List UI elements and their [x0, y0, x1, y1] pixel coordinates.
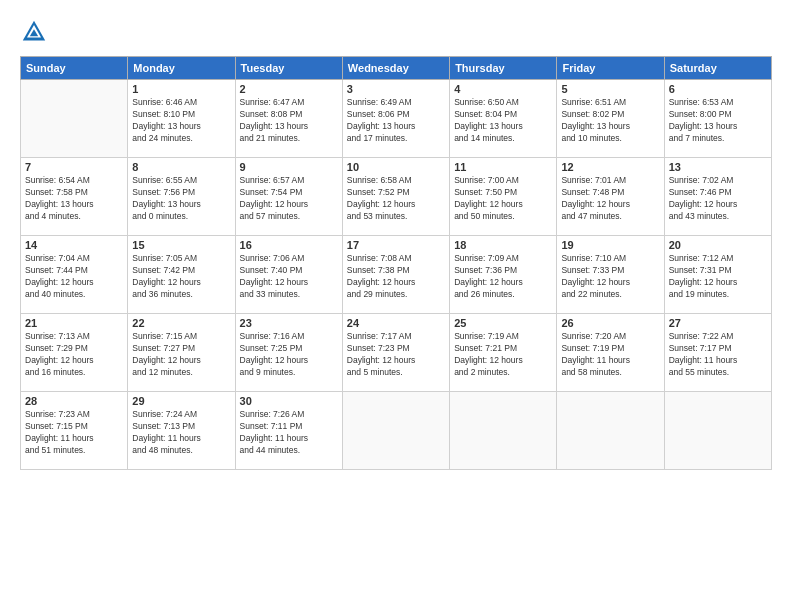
day-info: Sunrise: 7:22 AM Sunset: 7:17 PM Dayligh… [669, 331, 767, 379]
day-number: 25 [454, 317, 552, 329]
day-cell: 23Sunrise: 7:16 AM Sunset: 7:25 PM Dayli… [235, 314, 342, 392]
day-cell: 18Sunrise: 7:09 AM Sunset: 7:36 PM Dayli… [450, 236, 557, 314]
day-info: Sunrise: 6:51 AM Sunset: 8:02 PM Dayligh… [561, 97, 659, 145]
day-info: Sunrise: 7:16 AM Sunset: 7:25 PM Dayligh… [240, 331, 338, 379]
day-number: 8 [132, 161, 230, 173]
day-info: Sunrise: 7:19 AM Sunset: 7:21 PM Dayligh… [454, 331, 552, 379]
day-cell: 6Sunrise: 6:53 AM Sunset: 8:00 PM Daylig… [664, 80, 771, 158]
col-header-wednesday: Wednesday [342, 57, 449, 80]
day-number: 26 [561, 317, 659, 329]
day-cell: 10Sunrise: 6:58 AM Sunset: 7:52 PM Dayli… [342, 158, 449, 236]
day-info: Sunrise: 7:26 AM Sunset: 7:11 PM Dayligh… [240, 409, 338, 457]
day-info: Sunrise: 7:02 AM Sunset: 7:46 PM Dayligh… [669, 175, 767, 223]
day-cell: 28Sunrise: 7:23 AM Sunset: 7:15 PM Dayli… [21, 392, 128, 470]
day-number: 20 [669, 239, 767, 251]
day-number: 2 [240, 83, 338, 95]
day-info: Sunrise: 7:20 AM Sunset: 7:19 PM Dayligh… [561, 331, 659, 379]
day-number: 29 [132, 395, 230, 407]
day-cell: 11Sunrise: 7:00 AM Sunset: 7:50 PM Dayli… [450, 158, 557, 236]
week-row-2: 7Sunrise: 6:54 AM Sunset: 7:58 PM Daylig… [21, 158, 772, 236]
day-cell: 7Sunrise: 6:54 AM Sunset: 7:58 PM Daylig… [21, 158, 128, 236]
day-info: Sunrise: 7:24 AM Sunset: 7:13 PM Dayligh… [132, 409, 230, 457]
day-info: Sunrise: 7:08 AM Sunset: 7:38 PM Dayligh… [347, 253, 445, 301]
day-number: 11 [454, 161, 552, 173]
day-number: 1 [132, 83, 230, 95]
col-header-saturday: Saturday [664, 57, 771, 80]
day-info: Sunrise: 7:12 AM Sunset: 7:31 PM Dayligh… [669, 253, 767, 301]
day-number: 5 [561, 83, 659, 95]
day-cell: 22Sunrise: 7:15 AM Sunset: 7:27 PM Dayli… [128, 314, 235, 392]
day-cell [342, 392, 449, 470]
day-number: 6 [669, 83, 767, 95]
day-cell: 24Sunrise: 7:17 AM Sunset: 7:23 PM Dayli… [342, 314, 449, 392]
day-cell [450, 392, 557, 470]
day-number: 23 [240, 317, 338, 329]
day-number: 17 [347, 239, 445, 251]
header-row: SundayMondayTuesdayWednesdayThursdayFrid… [21, 57, 772, 80]
col-header-friday: Friday [557, 57, 664, 80]
col-header-sunday: Sunday [21, 57, 128, 80]
day-info: Sunrise: 7:09 AM Sunset: 7:36 PM Dayligh… [454, 253, 552, 301]
day-cell: 26Sunrise: 7:20 AM Sunset: 7:19 PM Dayli… [557, 314, 664, 392]
day-info: Sunrise: 6:49 AM Sunset: 8:06 PM Dayligh… [347, 97, 445, 145]
day-number: 24 [347, 317, 445, 329]
day-info: Sunrise: 6:57 AM Sunset: 7:54 PM Dayligh… [240, 175, 338, 223]
day-number: 16 [240, 239, 338, 251]
day-cell: 14Sunrise: 7:04 AM Sunset: 7:44 PM Dayli… [21, 236, 128, 314]
calendar-table: SundayMondayTuesdayWednesdayThursdayFrid… [20, 56, 772, 470]
day-number: 19 [561, 239, 659, 251]
day-number: 22 [132, 317, 230, 329]
day-info: Sunrise: 7:17 AM Sunset: 7:23 PM Dayligh… [347, 331, 445, 379]
day-info: Sunrise: 6:53 AM Sunset: 8:00 PM Dayligh… [669, 97, 767, 145]
day-cell [557, 392, 664, 470]
day-cell: 9Sunrise: 6:57 AM Sunset: 7:54 PM Daylig… [235, 158, 342, 236]
logo-icon [20, 18, 48, 46]
day-info: Sunrise: 7:06 AM Sunset: 7:40 PM Dayligh… [240, 253, 338, 301]
day-cell: 21Sunrise: 7:13 AM Sunset: 7:29 PM Dayli… [21, 314, 128, 392]
day-cell: 19Sunrise: 7:10 AM Sunset: 7:33 PM Dayli… [557, 236, 664, 314]
day-info: Sunrise: 6:46 AM Sunset: 8:10 PM Dayligh… [132, 97, 230, 145]
day-info: Sunrise: 6:47 AM Sunset: 8:08 PM Dayligh… [240, 97, 338, 145]
day-cell: 12Sunrise: 7:01 AM Sunset: 7:48 PM Dayli… [557, 158, 664, 236]
day-info: Sunrise: 7:01 AM Sunset: 7:48 PM Dayligh… [561, 175, 659, 223]
day-number: 13 [669, 161, 767, 173]
day-info: Sunrise: 6:54 AM Sunset: 7:58 PM Dayligh… [25, 175, 123, 223]
day-number: 27 [669, 317, 767, 329]
day-number: 15 [132, 239, 230, 251]
day-info: Sunrise: 7:04 AM Sunset: 7:44 PM Dayligh… [25, 253, 123, 301]
day-cell [664, 392, 771, 470]
day-number: 10 [347, 161, 445, 173]
day-number: 14 [25, 239, 123, 251]
day-info: Sunrise: 6:50 AM Sunset: 8:04 PM Dayligh… [454, 97, 552, 145]
col-header-tuesday: Tuesday [235, 57, 342, 80]
day-cell: 4Sunrise: 6:50 AM Sunset: 8:04 PM Daylig… [450, 80, 557, 158]
day-cell: 8Sunrise: 6:55 AM Sunset: 7:56 PM Daylig… [128, 158, 235, 236]
day-cell: 1Sunrise: 6:46 AM Sunset: 8:10 PM Daylig… [128, 80, 235, 158]
day-number: 7 [25, 161, 123, 173]
day-cell: 16Sunrise: 7:06 AM Sunset: 7:40 PM Dayli… [235, 236, 342, 314]
day-info: Sunrise: 7:15 AM Sunset: 7:27 PM Dayligh… [132, 331, 230, 379]
day-info: Sunrise: 6:58 AM Sunset: 7:52 PM Dayligh… [347, 175, 445, 223]
day-number: 18 [454, 239, 552, 251]
day-number: 12 [561, 161, 659, 173]
week-row-4: 21Sunrise: 7:13 AM Sunset: 7:29 PM Dayli… [21, 314, 772, 392]
day-number: 28 [25, 395, 123, 407]
day-cell: 20Sunrise: 7:12 AM Sunset: 7:31 PM Dayli… [664, 236, 771, 314]
day-cell: 29Sunrise: 7:24 AM Sunset: 7:13 PM Dayli… [128, 392, 235, 470]
day-cell: 15Sunrise: 7:05 AM Sunset: 7:42 PM Dayli… [128, 236, 235, 314]
week-row-1: 1Sunrise: 6:46 AM Sunset: 8:10 PM Daylig… [21, 80, 772, 158]
day-cell: 2Sunrise: 6:47 AM Sunset: 8:08 PM Daylig… [235, 80, 342, 158]
day-cell [21, 80, 128, 158]
page: SundayMondayTuesdayWednesdayThursdayFrid… [0, 0, 792, 612]
col-header-monday: Monday [128, 57, 235, 80]
day-number: 3 [347, 83, 445, 95]
week-row-5: 28Sunrise: 7:23 AM Sunset: 7:15 PM Dayli… [21, 392, 772, 470]
day-info: Sunrise: 7:10 AM Sunset: 7:33 PM Dayligh… [561, 253, 659, 301]
day-info: Sunrise: 7:00 AM Sunset: 7:50 PM Dayligh… [454, 175, 552, 223]
day-number: 30 [240, 395, 338, 407]
week-row-3: 14Sunrise: 7:04 AM Sunset: 7:44 PM Dayli… [21, 236, 772, 314]
day-cell: 5Sunrise: 6:51 AM Sunset: 8:02 PM Daylig… [557, 80, 664, 158]
day-number: 21 [25, 317, 123, 329]
day-info: Sunrise: 7:05 AM Sunset: 7:42 PM Dayligh… [132, 253, 230, 301]
col-header-thursday: Thursday [450, 57, 557, 80]
